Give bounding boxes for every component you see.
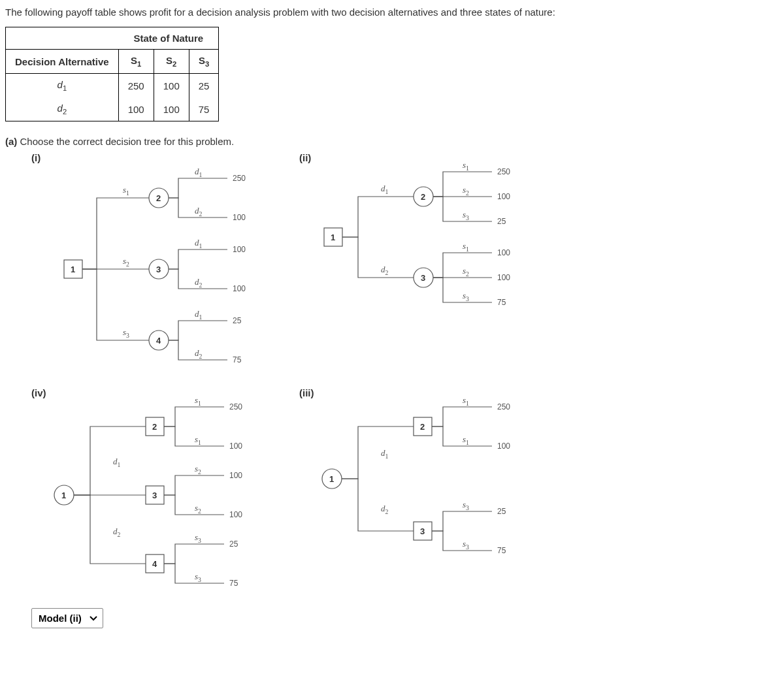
tree-iv-label: (iv) xyxy=(31,387,46,398)
tree-iv-diagram: 1 d1 d2 2 3 4 s1 s1 250 100 s2 s2 100 10… xyxy=(31,387,267,603)
svg-text:3: 3 xyxy=(152,490,157,500)
tree-iii-label: (iii) xyxy=(299,387,314,398)
svg-text:d2: d2 xyxy=(195,206,203,217)
svg-text:d1: d1 xyxy=(113,457,121,468)
svg-text:s2: s2 xyxy=(123,256,129,268)
svg-text:2: 2 xyxy=(421,192,425,202)
tree-i-label: (i) xyxy=(31,152,41,163)
svg-text:s1: s1 xyxy=(463,241,469,253)
svg-text:75: 75 xyxy=(229,579,238,588)
svg-text:d1: d1 xyxy=(381,448,389,460)
svg-text:4: 4 xyxy=(156,336,161,346)
svg-text:100: 100 xyxy=(233,213,246,222)
cell-d2-s1: 100 xyxy=(118,97,154,121)
cell-d2-s3: 75 xyxy=(189,97,219,121)
empty-header xyxy=(6,27,119,50)
tree-i-diagram: 1 s1 s2 s3 2 3 4 d1 d2 250 100 d1 d2 100 xyxy=(31,152,267,387)
col-s3: S3 xyxy=(189,50,219,74)
svg-text:s1: s1 xyxy=(463,395,469,407)
svg-text:d1: d1 xyxy=(381,184,389,195)
svg-text:75: 75 xyxy=(497,546,506,555)
svg-text:s3: s3 xyxy=(195,532,201,544)
svg-text:100: 100 xyxy=(497,442,510,451)
svg-text:25: 25 xyxy=(233,316,242,325)
svg-text:250: 250 xyxy=(233,174,246,183)
svg-text:1: 1 xyxy=(331,233,335,242)
svg-text:3: 3 xyxy=(420,526,425,536)
svg-text:s1: s1 xyxy=(195,395,201,407)
svg-text:s1: s1 xyxy=(463,434,469,446)
cell-d1-s3: 25 xyxy=(189,74,219,98)
svg-text:s1: s1 xyxy=(123,185,129,197)
svg-text:s2: s2 xyxy=(195,464,201,475)
svg-text:d2: d2 xyxy=(381,504,389,515)
row-d2-label: d2 xyxy=(6,97,119,121)
svg-text:s3: s3 xyxy=(463,291,469,302)
tree-ii-diagram: 1 d1 d2 2 3 s1 s2 s3 250 100 25 s1 s2 s3… xyxy=(299,152,534,322)
svg-text:s1: s1 xyxy=(463,160,469,172)
svg-text:d2: d2 xyxy=(195,277,203,289)
tree-i: (i) 1 s1 s2 s3 2 3 4 d1 d2 250 100 xyxy=(31,152,280,387)
svg-text:2: 2 xyxy=(152,422,157,432)
svg-text:s3: s3 xyxy=(463,210,469,221)
col-s1: S1 xyxy=(118,50,154,74)
payoff-table: State of Nature Decision Alternative S1 … xyxy=(5,27,219,121)
cell-d1-s2: 100 xyxy=(154,74,189,98)
tree-ii-label: (ii) xyxy=(299,152,311,163)
svg-text:250: 250 xyxy=(497,167,510,176)
cell-d1-s1: 250 xyxy=(118,74,154,98)
row-d1-label: d1 xyxy=(6,74,119,98)
svg-text:s3: s3 xyxy=(463,500,469,511)
svg-text:100: 100 xyxy=(233,284,246,293)
svg-text:s2: s2 xyxy=(195,503,201,515)
svg-text:250: 250 xyxy=(229,402,242,411)
svg-text:d1: d1 xyxy=(195,167,203,178)
svg-text:75: 75 xyxy=(233,355,242,364)
svg-text:100: 100 xyxy=(497,248,510,257)
svg-text:75: 75 xyxy=(497,298,506,307)
svg-text:s3: s3 xyxy=(195,571,201,583)
part-a-prompt: (a) Choose the correct decision tree for… xyxy=(5,136,779,147)
tree-iii: (iii) 1 d1 d2 2 3 s1 s1 250 100 s3 s3 25… xyxy=(299,387,547,603)
svg-text:s3: s3 xyxy=(123,327,129,339)
svg-text:s2: s2 xyxy=(463,266,469,278)
svg-text:s2: s2 xyxy=(463,185,469,197)
svg-text:4: 4 xyxy=(152,559,157,569)
svg-text:100: 100 xyxy=(233,245,246,254)
col-s2: S2 xyxy=(154,50,189,74)
svg-text:d1: d1 xyxy=(195,309,203,321)
svg-text:3: 3 xyxy=(421,273,425,283)
tree-iii-diagram: 1 d1 d2 2 3 s1 s1 250 100 s3 s3 25 75 xyxy=(299,387,534,570)
svg-text:d2: d2 xyxy=(381,265,389,276)
cell-d2-s2: 100 xyxy=(154,97,189,121)
svg-text:2: 2 xyxy=(420,422,425,432)
svg-text:25: 25 xyxy=(229,539,238,549)
svg-text:100: 100 xyxy=(229,510,242,519)
svg-text:100: 100 xyxy=(229,442,242,451)
svg-text:d1: d1 xyxy=(195,238,203,249)
intro-text: The following payoff table shows profit … xyxy=(5,7,779,18)
svg-text:1: 1 xyxy=(329,474,334,484)
svg-text:100: 100 xyxy=(497,273,510,282)
svg-text:100: 100 xyxy=(229,471,242,480)
state-of-nature-header: State of Nature xyxy=(118,27,219,50)
svg-text:100: 100 xyxy=(497,192,510,201)
decision-alternative-header: Decision Alternative xyxy=(6,50,119,74)
svg-text:2: 2 xyxy=(156,193,161,203)
svg-text:d2: d2 xyxy=(113,526,121,538)
tree-ii: (ii) 1 d1 d2 2 3 s1 s2 s3 250 100 25 s1 xyxy=(299,152,547,387)
svg-text:1: 1 xyxy=(61,490,66,500)
svg-text:1: 1 xyxy=(71,265,75,274)
svg-text:250: 250 xyxy=(497,402,510,411)
svg-text:25: 25 xyxy=(497,507,506,516)
svg-text:25: 25 xyxy=(497,217,506,226)
svg-text:s1: s1 xyxy=(195,434,201,446)
answer-select[interactable]: Model (i)Model (ii)Model (iii)Model (iv) xyxy=(31,608,103,628)
svg-text:s3: s3 xyxy=(463,539,469,551)
tree-iv: (iv) 1 d1 d2 2 3 4 s1 s1 250 100 s2 s2 1… xyxy=(31,387,280,603)
svg-text:3: 3 xyxy=(156,265,161,274)
svg-text:d2: d2 xyxy=(195,348,203,360)
